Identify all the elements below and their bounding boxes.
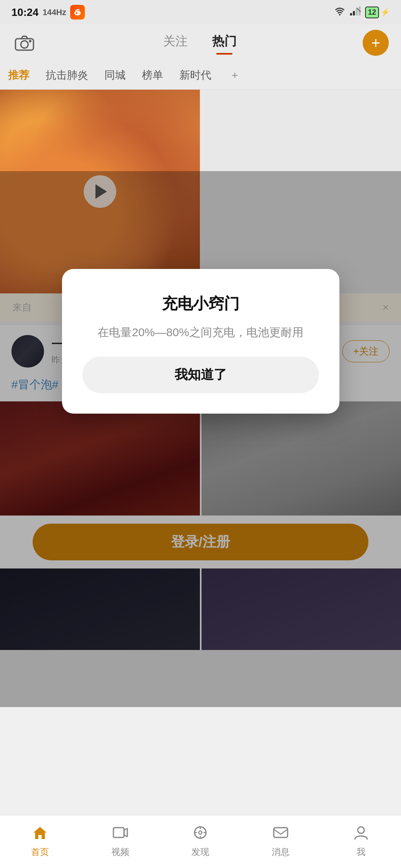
home-icon — [32, 825, 48, 844]
svg-point-2 — [339, 14, 341, 15]
bottom-nav-discover[interactable]: 发现 — [160, 825, 241, 858]
bottom-nav-messages[interactable]: 消息 — [241, 825, 321, 858]
svg-point-13 — [199, 831, 202, 834]
svg-rect-5 — [356, 9, 358, 15]
hz-label: 144Hz — [43, 8, 66, 17]
dialog-title: 充电小窍门 — [162, 293, 239, 314]
battery-indicator: 12 ⚡ — [365, 7, 390, 18]
status-right: 12 ⚡ — [334, 7, 390, 18]
bottom-nav-profile[interactable]: 我 — [321, 825, 401, 858]
discover-icon — [193, 825, 208, 844]
video-nav-icon — [113, 825, 128, 844]
battery-level: 12 — [365, 7, 379, 18]
content-area: 充电小窍门 在电量20%—80%之间充电，电池更耐用 我知道了 来自 × 一个杜… — [0, 90, 401, 707]
svg-point-9 — [21, 41, 28, 48]
status-left: 10:24 144Hz — [11, 5, 85, 20]
profile-icon — [353, 825, 369, 844]
charging-tips-dialog: 充电小窍门 在电量20%—80%之间充电，电池更耐用 我知道了 — [62, 269, 339, 414]
main-nav-tabs: 关注 热门 — [163, 33, 237, 53]
header: 关注 热门 + — [0, 24, 401, 61]
charging-icon: ⚡ — [381, 8, 390, 17]
bottom-nav-home[interactable]: 首页 — [0, 825, 80, 858]
svg-rect-11 — [113, 828, 124, 837]
home-label: 首页 — [31, 846, 49, 858]
svg-rect-4 — [353, 11, 355, 15]
messages-label: 消息 — [272, 846, 290, 858]
bottom-nav-video[interactable]: 视频 — [80, 825, 161, 858]
dialog-confirm-button[interactable]: 我知道了 — [82, 357, 319, 393]
sub-nav: 推荐 抗击肺炎 同城 榜单 新时代 + — [0, 61, 401, 90]
add-button[interactable]: + — [363, 30, 389, 56]
svg-rect-3 — [350, 13, 352, 15]
svg-point-19 — [358, 827, 364, 833]
svg-point-10 — [29, 40, 31, 42]
video-label: 视频 — [111, 846, 129, 858]
tab-follow[interactable]: 关注 — [163, 33, 188, 53]
bottom-nav: 首页 视频 发现 — [0, 815, 401, 868]
subnav-item-covid[interactable]: 抗击肺炎 — [46, 68, 88, 82]
subnav-item-ranking[interactable]: 榜单 — [142, 68, 163, 82]
subnav-item-local[interactable]: 同城 — [104, 68, 126, 82]
dialog-body: 在电量20%—80%之间充电，电池更耐用 — [97, 324, 303, 341]
wifi-icon — [334, 7, 346, 18]
camera-button[interactable] — [12, 31, 37, 55]
profile-label: 我 — [357, 846, 366, 858]
weibo-app-icon — [70, 5, 85, 20]
signal-icon — [350, 7, 361, 18]
tab-hot[interactable]: 热门 — [212, 33, 237, 53]
time-label: 10:24 — [11, 6, 39, 19]
subnav-item-newera[interactable]: 新时代 — [179, 68, 211, 82]
svg-rect-18 — [274, 828, 288, 837]
messages-icon — [273, 825, 288, 844]
subnav-item-recommend[interactable]: 推荐 — [8, 68, 29, 82]
status-bar: 10:24 144Hz — [0, 0, 401, 24]
svg-point-1 — [76, 12, 78, 14]
discover-label: 发现 — [191, 846, 209, 858]
subnav-plus-icon[interactable]: + — [232, 69, 238, 82]
dialog-overlay: 充电小窍门 在电量20%—80%之间充电，电池更耐用 我知道了 — [0, 171, 401, 707]
